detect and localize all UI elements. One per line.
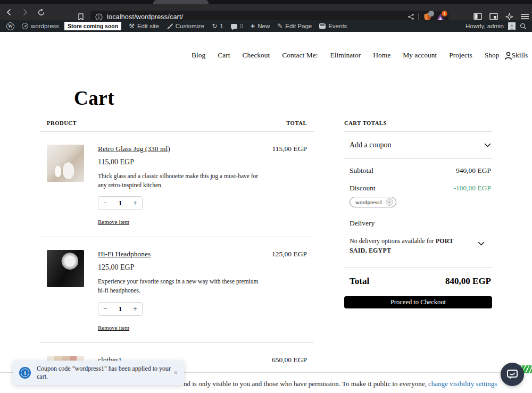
row-total: 650,00 EGP [272, 356, 307, 364]
chat-launcher-button[interactable] [501, 363, 524, 386]
quantity-stepper: − 1 + [98, 196, 143, 210]
chevron-down-icon [484, 143, 491, 148]
url-text[interactable]: localhost/wordpress/cart/ [107, 13, 183, 21]
product-description: Thick glass and a classic silhouette mak… [98, 172, 265, 189]
update-icon: ↻ [212, 23, 217, 29]
toast-message: Coupon code "wordpress1" has been applie… [37, 365, 174, 381]
chevron-down-icon [478, 241, 485, 246]
cart-row-hifi-headphones: Hi-Fi Headphones 125,00 EGP Experience y… [40, 237, 314, 342]
product-link[interactable]: Retro Glass Jug (330 ml) [98, 145, 170, 153]
adminbar-updates[interactable]: ↻ 1 [212, 23, 223, 29]
quantity-increase-button[interactable]: + [133, 305, 137, 313]
nav-item-home[interactable]: Home [373, 51, 390, 60]
plus-icon: + [251, 22, 255, 30]
product-link[interactable]: Hi-Fi Headphones [98, 250, 151, 258]
adminbar-new[interactable]: + New [251, 22, 270, 30]
shield-badge [428, 11, 434, 16]
product-image-retro-glass-jug[interactable] [47, 145, 84, 182]
product-image-hifi-headphones[interactable] [47, 250, 84, 287]
subtotal-value: 940,00 EGP [456, 166, 491, 175]
total-column-header: TOTAL [286, 120, 307, 126]
discount-label: Discount [350, 184, 376, 193]
quantity-value[interactable]: 1 [119, 305, 122, 313]
nav-item-blog[interactable]: Blog [192, 51, 205, 60]
cart-items-table: PRODUCT TOTAL Retro Glass Jug (330 ml) 1… [40, 120, 314, 393]
coupon-code: wordpress1 [355, 199, 383, 205]
sidebar-toggle-icon[interactable] [473, 13, 482, 20]
cart-totals-header: CART TOTALS [344, 120, 492, 131]
hammer-icon: ⚒ [129, 23, 135, 29]
toast-close-icon[interactable]: × [174, 369, 178, 377]
hamburger-menu-icon[interactable] [521, 13, 529, 20]
nav-item-cart[interactable]: Cart [218, 51, 230, 60]
browser-tab-strip [0, 0, 532, 4]
account-person-icon[interactable] [504, 52, 512, 60]
remove-item-link[interactable]: Remove item [98, 324, 129, 331]
avatar[interactable] [508, 22, 516, 30]
nav-item-my-account[interactable]: My account [403, 51, 437, 60]
product-description: Experience your favorite songs in a new … [98, 277, 265, 295]
product-column-header: PRODUCT [47, 120, 77, 126]
search-icon[interactable] [520, 23, 527, 30]
active-tab-fragment[interactable] [153, 0, 209, 4]
row-total: 125,00 EGP [272, 250, 307, 258]
nav-item-checkout[interactable]: Checkout [243, 51, 270, 60]
store-coming-soon-badge: Store coming soon [64, 22, 121, 30]
back-button[interactable] [2, 6, 16, 19]
total-row: Total 840,00 EGP [344, 267, 492, 287]
wp-logo-icon[interactable]: W [6, 22, 14, 30]
calendar-icon [319, 23, 326, 29]
adminbar-edit-site[interactable]: ⚒ Edit site [129, 23, 159, 29]
discount-value: -100,00 EGP [454, 184, 492, 193]
change-visibility-settings-link[interactable]: change visibility settings [428, 380, 497, 388]
remove-item-link[interactable]: Remove item [98, 219, 129, 225]
nav-item-shop[interactable]: Shop [485, 51, 500, 60]
subtotal-label: Subtotal [350, 166, 373, 175]
total-value: 840,00 EGP [445, 276, 491, 287]
quantity-stepper: − 1 + [98, 302, 143, 316]
quantity-increase-button[interactable]: + [133, 199, 137, 207]
wp-admin-bar: W wordpress Store coming soon ⚒ Edit sit… [0, 20, 532, 32]
coupon-chip[interactable]: wordpress1 × [350, 197, 396, 207]
page-title: Cart [74, 87, 114, 110]
panel-save-icon[interactable] [489, 13, 498, 20]
quantity-value[interactable]: 1 [119, 199, 122, 207]
sparkle-icon[interactable] [505, 13, 513, 21]
site-gauge-icon [22, 23, 28, 29]
adminbar-customize[interactable]: Customize [167, 23, 204, 29]
add-coupon-toggle[interactable]: Add a coupon [344, 132, 492, 158]
divider [418, 13, 419, 20]
howdy-admin[interactable]: Howdy, admin [466, 23, 504, 29]
quantity-decrease-button[interactable]: − [103, 199, 107, 207]
triangle-badge: 1 [442, 11, 447, 16]
subtotal-row: Subtotal 940,00 EGP [344, 159, 492, 175]
nav-item-contact-me[interactable]: Contact Me: [282, 51, 318, 60]
brush-icon [167, 23, 173, 29]
adminbar-site-name[interactable]: wordpress [22, 23, 59, 29]
share-icon[interactable] [408, 13, 414, 20]
browser-toolbar: localhost/wordpress/cart/ 1 [0, 4, 532, 20]
remove-coupon-icon[interactable]: × [386, 198, 393, 206]
visibility-notice-text: nd is only visible to you and those who … [184, 380, 427, 388]
nav-item-skills[interactable]: Skills [512, 51, 528, 60]
coupon-toast: Coupon code "wordpress1" has been applie… [13, 361, 184, 385]
quantity-decrease-button[interactable]: − [103, 305, 107, 313]
forward-button[interactable] [18, 6, 32, 19]
site-nav: Blog Cart Checkout Contact Me: Eliminato… [192, 51, 483, 60]
adminbar-comments[interactable]: 0 [231, 23, 243, 29]
nav-item-projects[interactable]: Projects [449, 51, 472, 60]
info-icon [19, 367, 31, 379]
adminbar-events[interactable]: Events [319, 23, 347, 29]
comment-bubble-icon [231, 24, 237, 29]
cart-totals-panel: CART TOTALS Add a coupon Subtotal 940,00… [344, 120, 492, 308]
adminbar-edit-page[interactable]: ✎ Edit Page [277, 23, 312, 29]
product-price: 125,00 EGP [98, 263, 307, 272]
row-total: 115,00 EGP [272, 145, 307, 153]
delivery-label: Delivery [344, 207, 492, 228]
reload-button[interactable] [34, 6, 48, 19]
cart-row-retro-glass-jug: Retro Glass Jug (330 ml) 115,00 EGP Thic… [40, 132, 314, 237]
nav-item-eliminator[interactable]: Eliminator [330, 51, 361, 60]
site-info-icon[interactable] [95, 13, 103, 21]
proceed-to-checkout-button[interactable]: Proceed to Checkout [344, 296, 492, 308]
delivery-note[interactable]: No delivery options available for PORT S… [344, 228, 492, 267]
